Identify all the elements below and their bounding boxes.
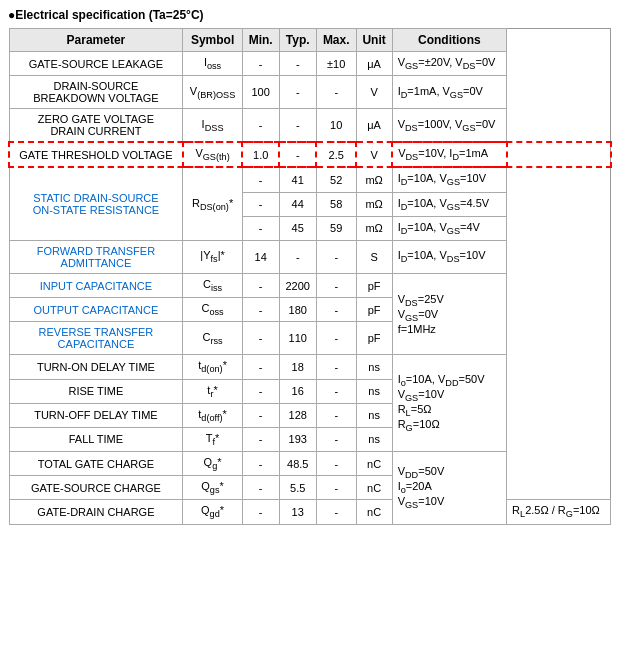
min-cell: - [242, 167, 279, 192]
symbol-cell: Ciss [183, 273, 242, 297]
param-cell: TURN-OFF DELAY TIME [9, 403, 183, 427]
unit-cell: mΩ [356, 167, 392, 192]
max-cell: - [316, 500, 356, 524]
table-row: GATE-SOURCE CHARGE Qgs* - 5.5 - nC [9, 476, 611, 500]
typ-cell: 128 [279, 403, 316, 427]
unit-cell: ns [356, 355, 392, 379]
param-cell: GATE THRESHOLD VOLTAGE [9, 142, 183, 167]
symbol-cell: V(BR)OSS [183, 76, 242, 109]
typ-cell: - [279, 142, 316, 167]
param-cell: TOTAL GATE CHARGE [9, 452, 183, 476]
conditions-cell: ID=10A, VDS=10V [392, 240, 506, 273]
symbol-cell: Ioss [183, 52, 242, 76]
param-cell: FORWARD TRANSFERADMITTANCE [9, 240, 183, 273]
max-cell: - [316, 452, 356, 476]
param-cell: OUTPUT CAPACITANCE [9, 298, 183, 322]
typ-cell: 41 [279, 167, 316, 192]
max-cell: - [316, 322, 356, 355]
param-cell: REVERSE TRANSFERCAPACITANCE [9, 322, 183, 355]
conditions-cell: VDS=100V, VGS=0V [392, 109, 506, 143]
header-conditions: Conditions [392, 29, 506, 52]
min-cell: - [242, 452, 279, 476]
symbol-cell: |Yfs|* [183, 240, 242, 273]
typ-cell: - [279, 76, 316, 109]
unit-cell: V [356, 142, 392, 167]
param-cell: DRAIN-SOURCEBREAKDOWN VOLTAGE [9, 76, 183, 109]
param-cell: STATIC DRAIN-SOURCEON-STATE RESISTANCE [9, 167, 183, 240]
unit-cell: mΩ [356, 216, 392, 240]
min-cell: 14 [242, 240, 279, 273]
min-cell: 1.0 [242, 142, 279, 167]
table-row: OUTPUT CAPACITANCE Coss - 180 - pF [9, 298, 611, 322]
table-row: GATE-SOURCE LEAKAGE Ioss - - ±10 μA VGS=… [9, 52, 611, 76]
spec-table: Parameter Symbol Min. Typ. Max. Unit Con… [8, 28, 611, 525]
min-cell: 100 [242, 76, 279, 109]
unit-cell: ns [356, 427, 392, 451]
max-cell: - [316, 476, 356, 500]
param-cell: TURN-ON DELAY TIME [9, 355, 183, 379]
min-cell: - [242, 476, 279, 500]
typ-cell: 16 [279, 379, 316, 403]
param-cell: GATE-SOURCE CHARGE [9, 476, 183, 500]
header-unit: Unit [356, 29, 392, 52]
table-row: REVERSE TRANSFERCAPACITANCE Crss - 110 -… [9, 322, 611, 355]
conditions-cell: VDS=10V, ID=1mA [392, 142, 506, 167]
conditions-cell: ID=10A, VGS=10V [392, 167, 506, 192]
min-cell: - [242, 192, 279, 216]
table-row: STATIC DRAIN-SOURCEON-STATE RESISTANCE R… [9, 167, 611, 192]
max-cell: 2.5 [316, 142, 356, 167]
table-row: FALL TIME Tf* - 193 - ns [9, 427, 611, 451]
min-cell: - [242, 403, 279, 427]
typ-cell: - [279, 109, 316, 143]
unit-cell: nC [356, 452, 392, 476]
max-cell: - [316, 379, 356, 403]
max-cell: 59 [316, 216, 356, 240]
min-cell: - [242, 500, 279, 524]
conditions-cell: VGS=±20V, VDS=0V [392, 52, 506, 76]
symbol-cell: Qg* [183, 452, 242, 476]
header-max: Max. [316, 29, 356, 52]
min-cell: - [242, 322, 279, 355]
max-cell: ±10 [316, 52, 356, 76]
conditions-cell: Io=10A, VDD=50VVGS=10VRL=5ΩRG=10Ω [392, 355, 506, 452]
conditions-cell: VDS=25VVGS=0Vf=1MHz [392, 273, 506, 354]
typ-cell: 48.5 [279, 452, 316, 476]
section-title: ●Electrical specification (Ta=25°C) [8, 8, 611, 22]
header-typ: Typ. [279, 29, 316, 52]
symbol-cell: Coss [183, 298, 242, 322]
min-cell: - [242, 298, 279, 322]
unit-cell: S [356, 240, 392, 273]
param-cell: FALL TIME [9, 427, 183, 451]
symbol-cell: Crss [183, 322, 242, 355]
unit-cell: V [356, 76, 392, 109]
min-cell: - [242, 109, 279, 143]
param-cell: GATE-SOURCE LEAKAGE [9, 52, 183, 76]
typ-cell: 45 [279, 216, 316, 240]
symbol-cell: td(on)* [183, 355, 242, 379]
header-symbol: Symbol [183, 29, 242, 52]
table-row: DRAIN-SOURCEBREAKDOWN VOLTAGE V(BR)OSS 1… [9, 76, 611, 109]
max-cell: - [316, 240, 356, 273]
table-row: RISE TIME tr* - 16 - ns [9, 379, 611, 403]
header-min: Min. [242, 29, 279, 52]
unit-cell: nC [356, 500, 392, 524]
typ-cell: 13 [279, 500, 316, 524]
table-row: ZERO GATE VOLTAGEDRAIN CURRENT IDSS - - … [9, 109, 611, 143]
header-parameter: Parameter [9, 29, 183, 52]
typ-cell: - [279, 52, 316, 76]
min-cell: - [242, 52, 279, 76]
table-row: GATE-DRAIN CHARGE Qgd* - 13 - nC RL2.5Ω … [9, 500, 611, 524]
typ-cell: 180 [279, 298, 316, 322]
table-row: TURN-ON DELAY TIME td(on)* - 18 - ns Io=… [9, 355, 611, 379]
min-cell: - [242, 355, 279, 379]
conditions-cell: ID=10A, VGS=4V [392, 216, 506, 240]
max-cell: 58 [316, 192, 356, 216]
conditions-cell: VDD=50VIo=20AVGS=10V [392, 452, 506, 525]
param-cell: ZERO GATE VOLTAGEDRAIN CURRENT [9, 109, 183, 143]
min-cell: - [242, 273, 279, 297]
max-cell: - [316, 273, 356, 297]
typ-cell: 18 [279, 355, 316, 379]
symbol-cell: Qgd* [183, 500, 242, 524]
param-cell: RISE TIME [9, 379, 183, 403]
max-cell: 52 [316, 167, 356, 192]
